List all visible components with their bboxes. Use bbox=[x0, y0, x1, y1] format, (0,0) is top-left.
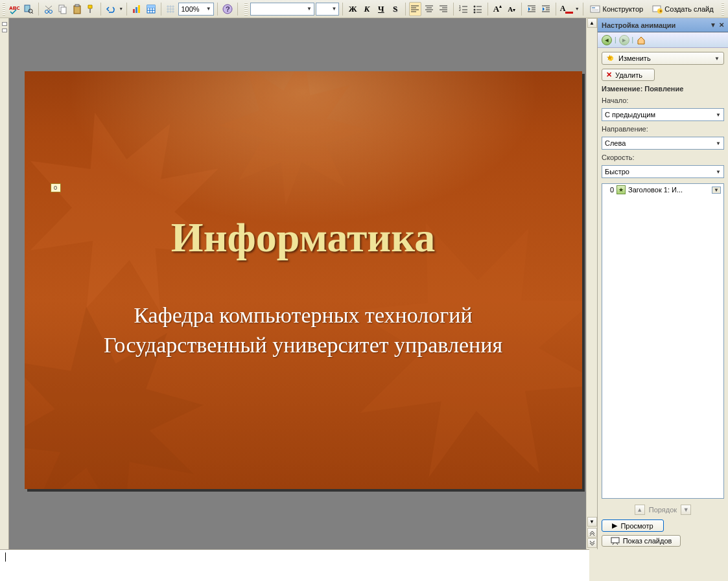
svg-text:2: 2 bbox=[459, 8, 461, 12]
star-icon bbox=[606, 54, 615, 63]
start-label: Начало: bbox=[602, 97, 724, 104]
toolbar-grip[interactable] bbox=[3, 3, 5, 16]
increase-font-button[interactable]: A▴ bbox=[491, 2, 504, 16]
prev-slide-button[interactable] bbox=[587, 528, 597, 538]
undo-dropdown[interactable]: ▼ bbox=[119, 6, 123, 11]
undo-button[interactable] bbox=[104, 2, 117, 16]
slide-canvas[interactable]: 0 Информатика Кафедра компьютерных техно… bbox=[25, 71, 582, 489]
reorder-up-button[interactable]: ▲ bbox=[635, 505, 645, 515]
effect-item-dropdown[interactable]: ▼ bbox=[712, 187, 721, 194]
decrease-indent-button[interactable] bbox=[525, 2, 538, 16]
slide-thumbnail[interactable] bbox=[2, 22, 7, 26]
svg-rect-15 bbox=[138, 5, 140, 13]
svg-point-4 bbox=[45, 10, 48, 13]
delete-effect-button[interactable]: ✕ Удалить bbox=[602, 69, 655, 81]
slide-editing-area: 0 Информатика Кафедра компьютерных техно… bbox=[9, 18, 597, 549]
increase-indent-button[interactable] bbox=[539, 2, 552, 16]
subtitle-line-2: Государственный университет управления bbox=[76, 330, 530, 360]
decrease-font-button[interactable]: A▾ bbox=[505, 2, 518, 16]
shadow-button[interactable]: S bbox=[389, 2, 402, 16]
scroll-down-button[interactable]: ▼ bbox=[587, 517, 597, 527]
font-name-combo[interactable]: ▼ bbox=[250, 3, 314, 16]
direction-label: Направление: bbox=[602, 125, 724, 133]
delete-x-icon: ✕ bbox=[606, 71, 612, 79]
bold-button[interactable]: Ж bbox=[346, 2, 359, 16]
designer-button[interactable]: Конструктор bbox=[586, 2, 647, 16]
spellcheck-button[interactable]: ABC bbox=[8, 2, 21, 16]
speed-select[interactable]: Быстро▼ bbox=[602, 165, 724, 178]
svg-rect-10 bbox=[74, 6, 80, 14]
bullet-list-button[interactable] bbox=[471, 2, 484, 16]
research-button[interactable] bbox=[22, 2, 35, 16]
scroll-up-button[interactable]: ▲ bbox=[587, 18, 597, 28]
font-color-dropdown[interactable]: ▼ bbox=[575, 6, 580, 11]
animation-order-tag[interactable]: 0 bbox=[51, 183, 61, 192]
align-left-button[interactable] bbox=[409, 2, 422, 16]
help-button[interactable]: ? bbox=[221, 2, 234, 16]
vertical-scrollbar[interactable]: ▲ ▼ bbox=[586, 18, 597, 549]
svg-point-47 bbox=[473, 5, 475, 7]
toolbar-grip-2[interactable] bbox=[244, 3, 247, 16]
zoom-combo[interactable]: 100%▼ bbox=[178, 3, 213, 16]
italic-button[interactable]: К bbox=[360, 2, 373, 16]
effect-text: Заголовок 1: И... bbox=[628, 186, 683, 194]
preview-label: Просмотр bbox=[620, 522, 653, 530]
toolbar-grip-3[interactable] bbox=[722, 3, 724, 16]
underline-button[interactable]: Ч bbox=[375, 2, 388, 16]
svg-line-6 bbox=[45, 6, 51, 10]
next-slide-button[interactable] bbox=[587, 538, 597, 548]
effect-type-icon: ★ bbox=[616, 185, 626, 194]
taskpane-header: Настройка анимации ▼ ✕ bbox=[598, 18, 728, 32]
svg-line-3 bbox=[32, 12, 33, 14]
start-select[interactable]: С предыдущим▼ bbox=[602, 108, 724, 121]
nav-forward-button[interactable]: ► bbox=[619, 35, 629, 45]
svg-rect-1 bbox=[25, 5, 30, 12]
slide-thumbnail[interactable] bbox=[2, 28, 7, 32]
effect-list[interactable]: 0 ★ Заголовок 1: И... ▼ bbox=[602, 183, 724, 499]
reorder-footer: ▲ Порядок ▼ bbox=[598, 503, 728, 517]
speed-label: Скорость: bbox=[602, 154, 724, 161]
designer-label: Конструктор bbox=[602, 5, 643, 13]
taskpane-nav: ◄ | ► | bbox=[598, 32, 728, 48]
direction-select[interactable]: Слева▼ bbox=[602, 137, 724, 150]
effect-list-item[interactable]: 0 ★ Заголовок 1: И... ▼ bbox=[602, 184, 723, 196]
insert-table-button[interactable] bbox=[145, 2, 158, 16]
subtitle-line-1: Кафедра компьютерных технологий bbox=[76, 301, 530, 330]
nav-back-button[interactable]: ◄ bbox=[602, 35, 612, 45]
nav-home-button[interactable] bbox=[636, 35, 646, 45]
reorder-down-button[interactable]: ▼ bbox=[681, 505, 691, 515]
slideshow-button[interactable]: Показ слайдов bbox=[602, 535, 681, 547]
insert-chart-button[interactable] bbox=[130, 2, 143, 16]
svg-point-49 bbox=[473, 11, 475, 13]
svg-rect-62 bbox=[592, 7, 595, 8]
svg-rect-21 bbox=[147, 5, 155, 8]
slide-title[interactable]: Информатика bbox=[25, 214, 582, 262]
align-center-button[interactable] bbox=[423, 2, 436, 16]
format-painter-button[interactable] bbox=[85, 2, 98, 16]
slide-subtitle[interactable]: Кафедра компьютерных технологий Государс… bbox=[25, 301, 582, 360]
play-icon: ▶ bbox=[612, 521, 617, 530]
slide-thumbnail-strip bbox=[0, 18, 9, 549]
new-slide-label: Создать слайд bbox=[664, 5, 713, 13]
font-color-button[interactable]: A bbox=[559, 2, 574, 16]
copy-button[interactable] bbox=[56, 2, 69, 16]
svg-rect-14 bbox=[135, 7, 137, 13]
svg-line-7 bbox=[47, 6, 52, 10]
font-size-combo[interactable]: ▼ bbox=[316, 3, 340, 16]
effect-number: 0 bbox=[605, 186, 614, 194]
notes-textarea[interactable] bbox=[5, 553, 584, 578]
preview-button[interactable]: ▶ Просмотр bbox=[602, 519, 664, 532]
animation-taskpane: Настройка анимации ▼ ✕ ◄ | ► | Изменить … bbox=[597, 18, 728, 549]
align-right-button[interactable] bbox=[437, 2, 450, 16]
numbered-list-button[interactable]: 12 bbox=[457, 2, 470, 16]
new-slide-icon: ✦ bbox=[652, 4, 663, 14]
new-slide-button[interactable]: ✦ Создать слайд bbox=[648, 2, 717, 16]
taskpane-close-button[interactable]: ✕ bbox=[719, 21, 724, 28]
main-toolbar: ABC ▼ 100%▼ ? ▼ ▼ Ж К Ч S 12 A▴ A▾ A ▼ К… bbox=[0, 0, 728, 18]
notes-pane[interactable] bbox=[0, 549, 589, 581]
show-grid-button[interactable] bbox=[165, 2, 178, 16]
change-effect-button[interactable]: Изменить ▼ bbox=[602, 52, 724, 65]
paste-button[interactable] bbox=[71, 2, 84, 16]
cut-button[interactable] bbox=[42, 2, 55, 16]
taskpane-menu-dropdown[interactable]: ▼ bbox=[710, 21, 716, 28]
